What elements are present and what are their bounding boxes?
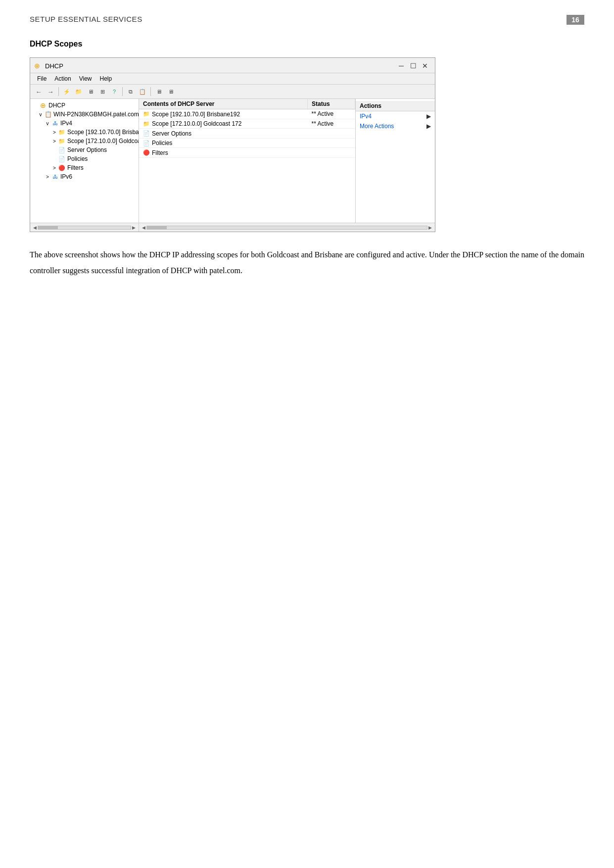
action-ipv4-label: IPv4 <box>360 113 372 120</box>
back-button[interactable]: ← <box>33 86 44 97</box>
toolbar-sep-1 <box>58 87 59 96</box>
page-number: 16 <box>567 15 584 25</box>
dhcp-icon: ⊕ <box>39 101 47 109</box>
maximize-button[interactable]: ☐ <box>408 61 418 71</box>
extra-button-2[interactable]: 🖥 <box>165 86 176 97</box>
scope-brisbane-icon: 📁 <box>58 128 66 136</box>
tree-item-ipv6[interactable]: > 🖧 IPv6 <box>30 172 139 181</box>
section-heading: DHCP Scopes <box>30 40 584 48</box>
tree-item-scope-brisbane[interactable]: > 📁 Scope [192.10.70.0] Brisbar <box>30 128 139 137</box>
row-icon-server-options: 📄 <box>143 130 150 137</box>
content-row-goldcoast: 📁 Scope [172.10.0.0] Goldcoast 172 <box>139 119 308 129</box>
row-label-policies: Policies <box>152 140 172 146</box>
tree-item-scope-goldcoast[interactable]: > 📁 Scope [172.10.0.0] Goldcoa <box>30 137 139 145</box>
tree-item-filters[interactable]: > 🔴 Filters <box>30 163 139 172</box>
content-row-brisbane: 📁 Scope [192.10.70.0] Brisbane192 <box>139 109 308 119</box>
action-more-actions-arrow: ▶ <box>426 123 431 130</box>
close-button[interactable]: ✕ <box>420 61 430 71</box>
forward-button[interactable]: → <box>45 86 56 97</box>
row-icon-brisbane: 📁 <box>143 111 150 117</box>
menu-help[interactable]: Help <box>96 74 116 83</box>
table-row[interactable]: 📁 Scope [192.10.70.0] Brisbane192 ** Act… <box>139 109 355 119</box>
help-button[interactable]: ? <box>109 86 120 97</box>
tree-label-ipv4: IPv4 <box>60 120 72 127</box>
new-window-button[interactable]: ⚡ <box>61 86 72 97</box>
action-ipv4[interactable]: IPv4 ▶ <box>356 111 435 121</box>
row-label-goldcoast: Scope [172.10.0.0] Goldcoast 172 <box>152 120 241 127</box>
tree-label-scope-brisbane: Scope [192.10.70.0] Brisbar <box>67 129 139 136</box>
content-row-filters: 🔴 Filters <box>139 148 308 158</box>
tree-label-server: WIN-P2N38KGBMGH.patel.com <box>53 111 139 118</box>
row-icon-goldcoast: 📁 <box>143 121 150 127</box>
expand-filters: > <box>51 165 58 171</box>
table-row[interactable]: 🔴 Filters <box>139 148 355 158</box>
scroll-content-right-btn[interactable]: ▶ <box>427 225 433 230</box>
table-row[interactable]: 📄 Policies <box>139 138 355 148</box>
menu-view[interactable]: View <box>75 74 96 83</box>
scrollbar-thumb-content <box>147 226 167 229</box>
window-title: DHCP <box>45 62 63 70</box>
menu-file[interactable]: File <box>33 74 50 83</box>
tree-item-server[interactable]: v 📋 WIN-P2N38KGBMGH.patel.com <box>30 110 139 119</box>
col-header-contents: Contents of DHCP Server <box>139 99 308 109</box>
dhcp-window: ⊕ DHCP ─ ☐ ✕ File Action View Help ← → ⚡… <box>30 57 435 232</box>
row-icon-filters: 🔴 <box>143 149 150 156</box>
ipv6-icon: 🖧 <box>51 173 59 181</box>
scroll-content-left-btn[interactable]: ◀ <box>141 225 146 230</box>
tree-item-server-options[interactable]: 📄 Server Options <box>30 145 139 154</box>
action-ipv4-arrow: ▶ <box>426 113 431 120</box>
scope-goldcoast-icon: 📁 <box>58 137 66 145</box>
menu-action[interactable]: Action <box>50 74 75 83</box>
expand-ipv4: v <box>44 121 51 126</box>
console-button[interactable]: 🖥 <box>85 86 96 97</box>
ipv4-icon: 🖧 <box>51 119 59 127</box>
toolbar-sep-3 <box>150 87 151 96</box>
window-controls: ─ ☐ ✕ <box>396 61 430 71</box>
col-header-status: Status <box>308 99 355 109</box>
status-filters <box>308 148 355 158</box>
tree-item-ipv4[interactable]: v 🖧 IPv4 <box>30 119 139 128</box>
tree-label-ipv6: IPv6 <box>60 173 72 180</box>
minimize-button[interactable]: ─ <box>396 61 406 71</box>
footer-scroll: ◀ ▶ <box>139 223 435 232</box>
expand-server: v <box>37 112 44 117</box>
content-table: Contents of DHCP Server Status 📁 Scope [… <box>139 99 355 158</box>
tree-label-dhcp: DHCP <box>48 102 65 109</box>
action-more-actions-label: More Actions <box>360 123 394 130</box>
copy-button[interactable]: ⧉ <box>125 86 136 97</box>
status-policies <box>308 138 355 148</box>
body-paragraph: The above screenshot shows how the DHCP … <box>30 247 584 279</box>
extra-button-1[interactable]: 🖥 <box>153 86 164 97</box>
footer-left: ◀ ▶ <box>30 223 139 232</box>
tree-label-server-options: Server Options <box>67 146 107 153</box>
title-bar-left: ⊕ DHCP <box>34 62 63 70</box>
tree-item-dhcp[interactable]: ⊕ DHCP <box>30 101 139 110</box>
row-label-brisbane: Scope [192.10.70.0] Brisbane192 <box>152 111 240 118</box>
window-body: ⊕ DHCP v 📋 WIN-P2N38KGBMGH.patel.com v 🖧… <box>30 99 435 223</box>
table-row[interactable]: 📁 Scope [172.10.0.0] Goldcoast 172 ** Ac… <box>139 119 355 129</box>
window-footer: ◀ ▶ ◀ ▶ <box>30 223 435 232</box>
paste-button[interactable]: 📋 <box>137 86 148 97</box>
tree-label-filters: Filters <box>67 164 84 171</box>
expand-scope-goldcoast: > <box>51 139 58 144</box>
tree-item-policies[interactable]: 📄 Policies <box>30 154 139 163</box>
tree-label-scope-goldcoast: Scope [172.10.0.0] Goldcoa <box>67 138 139 145</box>
scrollbar-track-content <box>146 226 427 230</box>
action-more-actions[interactable]: More Actions ▶ <box>356 121 435 131</box>
actions-header: Actions <box>356 101 435 111</box>
status-server-options <box>308 129 355 139</box>
expand-ipv6: > <box>44 174 51 180</box>
table-row[interactable]: 📄 Server Options <box>139 129 355 139</box>
folder-button[interactable]: 📁 <box>73 86 84 97</box>
status-brisbane: ** Active <box>308 109 355 119</box>
properties-button[interactable]: ⊞ <box>97 86 108 97</box>
row-label-server-options: Server Options <box>152 130 191 137</box>
title-bar: ⊕ DHCP ─ ☐ ✕ <box>30 58 435 73</box>
page-header: SETUP ESSENTIAL SERVICES 16 <box>30 15 584 25</box>
scroll-right-btn[interactable]: ▶ <box>131 225 137 230</box>
row-icon-policies: 📄 <box>143 140 150 146</box>
scrollbar-thumb-left <box>38 226 58 229</box>
scroll-left-btn[interactable]: ◀ <box>32 225 38 230</box>
server-icon: 📋 <box>44 110 52 118</box>
tree-panel: ⊕ DHCP v 📋 WIN-P2N38KGBMGH.patel.com v 🖧… <box>30 99 139 223</box>
